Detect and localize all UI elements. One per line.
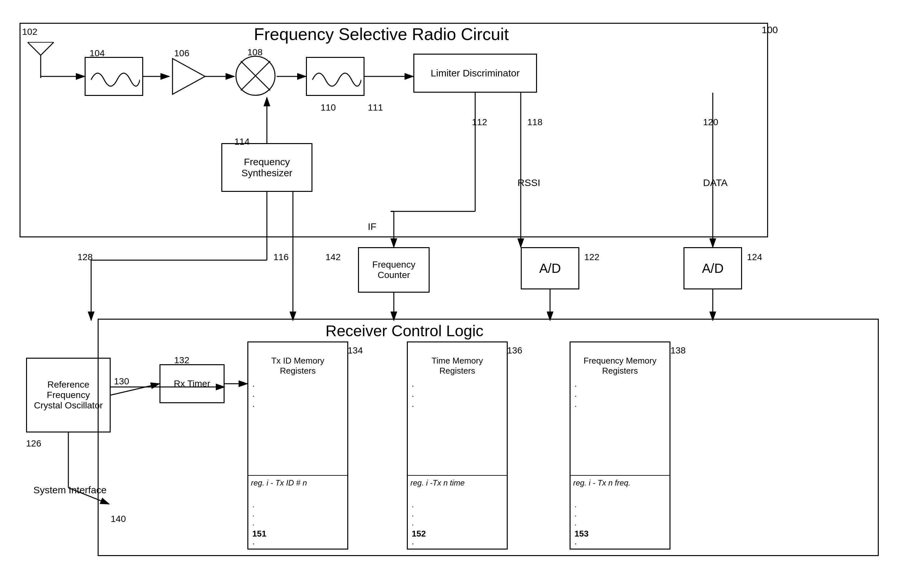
main-circuit-title: Frequency Selective Radio Circuit	[254, 24, 509, 44]
ref-140: 140	[111, 514, 126, 524]
ad1-box: A/D	[521, 247, 579, 289]
freq-synth-box: Frequency Synthesizer	[221, 143, 312, 192]
reg-152: 152	[412, 529, 426, 538]
ad2-box: A/D	[684, 247, 742, 289]
ref-108: 108	[247, 47, 263, 58]
ref-136: 136	[507, 345, 522, 356]
ref-122: 122	[584, 252, 600, 263]
tx-id-box: Tx ID Memory Registers ··· reg. i - Tx I…	[247, 342, 348, 550]
svg-line-1	[28, 42, 41, 55]
ref-osc-box: Reference Frequency Crystal Oscillator	[26, 358, 111, 432]
data-label: DATA	[703, 177, 728, 188]
ref-116: 116	[273, 252, 289, 263]
svg-marker-4	[173, 59, 205, 94]
rx-timer-label: Rx Timer	[174, 379, 210, 389]
mixer-symbol	[234, 54, 277, 97]
time-mem-title: Time Memory Registers	[432, 356, 483, 376]
reg-i-tx-id: reg. i - Tx ID # n	[251, 478, 307, 487]
freq-counter-box: Frequency Counter	[358, 247, 430, 293]
reg-i-tx-time: reg. i -Tx n time	[410, 478, 465, 487]
ad2-label: A/D	[702, 261, 724, 276]
filter1-box	[85, 57, 143, 96]
ref-138: 138	[670, 345, 686, 356]
sys-iface-label: System Interface	[31, 485, 109, 496]
ref-128: 128	[78, 252, 93, 263]
amplifier-symbol	[169, 55, 208, 98]
reg-i-tx-freq: reg. i - Tx n freq.	[573, 478, 630, 487]
ref-126: 126	[26, 438, 41, 449]
freq-synth-label: Frequency Synthesizer	[242, 156, 293, 179]
ref-111: 111	[368, 103, 383, 113]
svg-line-2	[41, 42, 54, 55]
ref-104: 104	[89, 48, 105, 59]
ref-102: 102	[22, 26, 37, 37]
ref-132: 132	[174, 355, 189, 365]
if-label: IF	[368, 221, 377, 232]
ref-124: 124	[747, 252, 762, 263]
antenna-symbol	[21, 29, 60, 81]
diagram: Frequency Selective Radio Circuit 100 Re…	[0, 0, 924, 572]
freq-counter-label: Frequency Counter	[372, 260, 415, 280]
freq-mem-title: Frequency Memory Registers	[584, 356, 656, 376]
freq-mem-box: Frequency Memory Registers ··· reg. i - …	[570, 342, 670, 550]
rx-timer-box: Rx Timer	[159, 364, 224, 403]
rssi-label: RSSI	[517, 177, 540, 188]
main-circuit-box	[20, 23, 768, 237]
limiter-label: Limiter Discriminator	[431, 68, 519, 79]
rcl-title: Receiver Control Logic	[326, 322, 484, 340]
ref-114: 114	[234, 137, 249, 147]
ref-118: 118	[527, 117, 542, 127]
ref-120: 120	[703, 117, 718, 127]
ref-134: 134	[347, 345, 363, 356]
ad1-label: A/D	[539, 261, 561, 276]
ref-106: 106	[174, 48, 189, 59]
ref-100: 100	[762, 24, 778, 36]
ref-osc-label: Reference Frequency Crystal Oscillator	[27, 379, 110, 411]
filter2-box	[306, 57, 365, 96]
reg-151: 151	[252, 529, 266, 538]
ref-112: 112	[472, 117, 487, 127]
time-mem-box: Time Memory Registers ··· reg. i -Tx n t…	[407, 342, 508, 550]
limiter-box: Limiter Discriminator	[413, 54, 537, 93]
ref-142: 142	[326, 252, 341, 263]
ref-130: 130	[114, 376, 129, 387]
ref-110: 110	[321, 103, 336, 113]
reg-153: 153	[575, 529, 589, 538]
tx-id-title: Tx ID Memory Registers	[271, 356, 324, 376]
